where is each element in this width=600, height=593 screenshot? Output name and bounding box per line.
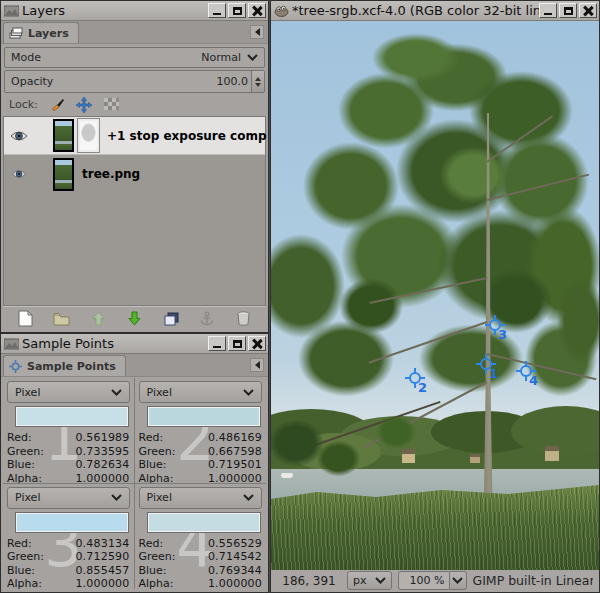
channel-label: Blue: [7, 458, 35, 472]
channel-value: 0.719501 [208, 458, 262, 472]
raise-layer-button[interactable] [86, 309, 110, 329]
window-title: Layers [22, 3, 208, 18]
statusbar: 186, 391 px 100 % GIMP built-in Linear .… [271, 568, 599, 592]
tab-menu-arrow-icon [251, 28, 260, 36]
close-button[interactable] [248, 336, 266, 351]
sample-values: Red:0.556529 Green:0.714542 Blue:0.76934… [139, 537, 263, 590]
new-layer-button[interactable] [13, 309, 37, 329]
unit-select[interactable]: px [347, 571, 392, 590]
zoom-dropdown-button[interactable] [450, 571, 467, 590]
channel-label: Blue: [7, 564, 35, 578]
sample-values: Red:0.486169 Green:0.667598 Blue:0.71950… [139, 431, 263, 484]
sample-point-1-mode-select[interactable]: Pixel [7, 381, 130, 403]
channel-label: Green: [7, 445, 44, 459]
close-button[interactable] [579, 3, 597, 18]
layer-list: +1 stop exposure comp tree.png [3, 116, 266, 307]
image-window: *tree-srgb.xcf-4.0 (RGB color 32-bit lin [270, 0, 600, 593]
mode-value: Normal [201, 51, 241, 64]
maximize-button[interactable] [228, 3, 246, 18]
close-button[interactable] [248, 3, 266, 18]
zoom-control[interactable]: 100 % [398, 571, 467, 590]
image-titlebar[interactable]: *tree-srgb.xcf-4.0 (RGB color 32-bit lin [271, 1, 599, 21]
image-canvas[interactable]: 1 2 3 4 [271, 21, 599, 570]
sample-points-titlebar[interactable]: Sample Points [1, 334, 268, 354]
layer-thumbnail[interactable] [53, 158, 74, 191]
sample-point-3-mode-select[interactable]: Pixel [7, 487, 130, 509]
tab-menu-button[interactable] [250, 358, 264, 372]
channel-label: Green: [7, 550, 44, 564]
tab-menu-button[interactable] [250, 25, 264, 39]
zoom-value: 100 % [410, 574, 445, 587]
maximize-icon [564, 7, 573, 15]
sample-point-marker-2[interactable]: 2 [407, 370, 423, 386]
layer-thumbnail[interactable] [53, 119, 74, 152]
anchor-layer-button[interactable] [195, 309, 219, 329]
unit-value: px [353, 574, 367, 587]
maximize-button[interactable] [559, 3, 577, 18]
sample-point-marker-4[interactable]: 4 [518, 363, 534, 379]
opacity-label: Opacity [11, 75, 53, 88]
cursor-position: 186, 391 [277, 574, 341, 588]
move-lock-icon[interactable] [76, 97, 92, 113]
sample-points-grid: 1 Pixel Red:0.561989 Green:0.733595 Blue… [3, 378, 266, 589]
delete-layer-button[interactable] [232, 309, 256, 329]
tab-layers[interactable]: Layers [3, 22, 79, 43]
sample-point-2-mode-select[interactable]: Pixel [139, 381, 263, 403]
channel-value: 0.483134 [75, 537, 129, 551]
opacity-value: 100.0 [217, 75, 249, 88]
window-icon [4, 337, 19, 350]
opacity-spinner[interactable] [251, 71, 264, 92]
channel-label: Red: [7, 431, 32, 445]
sample-points-dialog: Sample Points Sample Points 1 Pixel Red:… [0, 333, 269, 593]
layer-row-tree-png[interactable]: tree.png [4, 155, 265, 193]
layer-name[interactable]: +1 stop exposure comp [107, 129, 267, 143]
minimize-icon [544, 13, 552, 15]
duplicate-layer-button[interactable] [159, 309, 183, 329]
tab-sample-points[interactable]: Sample Points [3, 355, 126, 376]
chevron-down-icon [243, 389, 254, 396]
window-title: Sample Points [22, 336, 208, 351]
tab-layers-label: Layers [28, 27, 69, 40]
anchor-icon [200, 311, 214, 326]
visibility-eye-icon[interactable] [9, 169, 29, 179]
sample-color-swatch [16, 407, 128, 426]
channel-value: 0.486169 [208, 431, 262, 445]
layer-row-exposure-comp[interactable]: +1 stop exposure comp [4, 117, 265, 155]
sample-point-marker-1[interactable]: 1 [478, 356, 494, 372]
channel-value: 0.769344 [208, 564, 262, 578]
alpha-lock-icon[interactable] [103, 97, 119, 113]
minimize-button[interactable] [208, 3, 226, 18]
new-group-button[interactable] [50, 309, 74, 329]
lock-row: Lock: [9, 95, 265, 114]
lower-layer-button[interactable] [122, 309, 146, 329]
visibility-eye-icon[interactable] [9, 130, 29, 142]
layers-toolbar [3, 306, 266, 330]
sample-point-marker-3[interactable]: 3 [487, 317, 503, 333]
spin-down-icon [255, 83, 261, 90]
channel-value: 1.000000 [208, 472, 262, 484]
marker-label: 1 [489, 366, 498, 381]
foreground-leaves [371, 411, 421, 453]
marker-label: 2 [418, 380, 427, 395]
maximize-button[interactable] [228, 336, 246, 351]
minimize-button[interactable] [539, 3, 557, 18]
layer-mode-select[interactable]: Mode Normal [4, 47, 265, 68]
channel-label: Alpha: [7, 472, 42, 484]
foreground-leaves [311, 436, 366, 481]
new-layer-icon [18, 310, 33, 327]
channel-label: Alpha: [139, 577, 174, 589]
layer-name[interactable]: tree.png [82, 167, 140, 181]
channel-value: 0.712590 [75, 550, 129, 564]
layers-titlebar[interactable]: Layers [1, 1, 268, 21]
sample-point-3: 3 Pixel Red:0.483134 Green:0.712590 Blue… [3, 484, 135, 590]
layer-mask-thumbnail[interactable] [78, 119, 99, 152]
zoom-level-entry[interactable]: 100 % [398, 571, 450, 590]
minimize-button[interactable] [208, 336, 226, 351]
sample-point-4-mode-select[interactable]: Pixel [139, 487, 263, 509]
paintbrush-lock-icon[interactable] [49, 97, 65, 113]
minimize-icon [213, 346, 221, 348]
sample-mode-value: Pixel [15, 491, 40, 504]
status-message: GIMP built-in Linear ... [473, 573, 594, 588]
opacity-slider[interactable]: Opacity 100.0 [4, 70, 265, 93]
chevron-down-icon [375, 577, 386, 584]
